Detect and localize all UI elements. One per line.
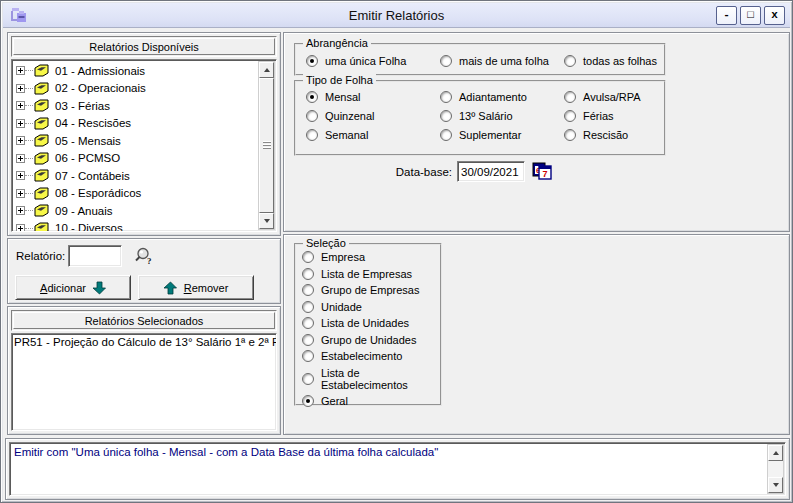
folder-icon bbox=[33, 82, 50, 95]
radio-grupo-de-empresas[interactable]: Grupo de Empresas bbox=[302, 284, 440, 296]
scroll-down-icon[interactable] bbox=[259, 213, 274, 229]
summary-text: Emitir com "Uma única folha - Mensal - c… bbox=[10, 443, 785, 461]
radio-icon[interactable] bbox=[564, 91, 576, 103]
radio-lista-de-empresas[interactable]: Lista de Empresas bbox=[302, 268, 440, 280]
folder-icon bbox=[33, 64, 50, 77]
radio-avulsa-rpa[interactable]: Avulsa/RPA bbox=[564, 91, 664, 103]
radio-rescisao[interactable]: Rescisão bbox=[564, 129, 664, 141]
selected-report-item[interactable]: PR51 - Projeção do Cálculo de 13° Salári… bbox=[12, 334, 276, 348]
radio-13-salario[interactable]: 13º Salário bbox=[440, 110, 564, 122]
calendar-icon[interactable]: 6 7 bbox=[532, 162, 552, 181]
available-reports-tree[interactable]: 01 - Admissionais 02 - Operacionais 03 -… bbox=[11, 59, 277, 232]
expand-icon[interactable] bbox=[16, 171, 25, 180]
tree-item[interactable]: 05 - Mensais bbox=[12, 132, 276, 150]
radio-grupo-de-unidades[interactable]: Grupo de Unidades bbox=[302, 334, 440, 346]
expand-icon[interactable] bbox=[16, 101, 25, 110]
radio-icon[interactable] bbox=[306, 91, 318, 103]
radio-unidade[interactable]: Unidade bbox=[302, 301, 440, 313]
radio-adiantamento[interactable]: Adiantamento bbox=[440, 91, 564, 103]
abrangencia-group: Abrangência uma única Folha mais de uma … bbox=[294, 43, 666, 76]
tree-scrollbar[interactable] bbox=[258, 61, 275, 230]
radio-icon[interactable] bbox=[302, 373, 314, 385]
radio-icon[interactable] bbox=[302, 284, 314, 296]
expand-icon[interactable] bbox=[16, 189, 25, 198]
scroll-thumb[interactable] bbox=[259, 78, 274, 213]
radio-icon[interactable] bbox=[306, 55, 318, 67]
radio-icon[interactable] bbox=[564, 110, 576, 122]
radio-suplementar[interactable]: Suplementar bbox=[440, 129, 564, 141]
radio-icon[interactable] bbox=[564, 55, 576, 67]
radio-icon[interactable] bbox=[306, 110, 318, 122]
radio-icon[interactable] bbox=[440, 129, 452, 141]
database-input[interactable] bbox=[457, 161, 525, 182]
tree-item[interactable]: 06 - PCMSO bbox=[12, 150, 276, 168]
abrangencia-title: Abrangência bbox=[303, 37, 371, 49]
scroll-up-icon[interactable] bbox=[768, 445, 783, 461]
selected-reports-panel: Relatórios Selecionados PR51 - Projeção … bbox=[7, 306, 281, 435]
arrow-up-icon bbox=[164, 281, 177, 295]
radio-icon[interactable] bbox=[302, 268, 314, 280]
radio-semanal[interactable]: Semanal bbox=[306, 129, 440, 141]
expand-icon[interactable] bbox=[16, 136, 25, 145]
expand-icon[interactable] bbox=[16, 224, 25, 232]
folder-icon bbox=[33, 187, 50, 200]
radio-lista-de-unidades[interactable]: Lista de Unidades bbox=[302, 317, 440, 329]
remove-button[interactable]: Remover bbox=[138, 275, 254, 300]
selected-reports-header-label: Relatórios Selecionados bbox=[85, 315, 204, 327]
radio-quinzenal[interactable]: Quinzenal bbox=[306, 110, 440, 122]
selecao-title: Seleção bbox=[303, 237, 349, 249]
summary-scrollbar[interactable] bbox=[767, 444, 784, 494]
expand-icon[interactable] bbox=[16, 66, 25, 75]
selected-reports-list[interactable]: PR51 - Projeção do Cálculo de 13° Salári… bbox=[11, 333, 277, 431]
radio-icon[interactable] bbox=[302, 301, 314, 313]
radio-icon[interactable] bbox=[302, 395, 314, 407]
scroll-down-icon[interactable] bbox=[768, 477, 783, 493]
radio-icon[interactable] bbox=[306, 129, 318, 141]
scroll-up-icon[interactable] bbox=[259, 62, 274, 78]
radio-icon[interactable] bbox=[440, 55, 452, 67]
tree-item[interactable]: 04 - Rescisões bbox=[12, 115, 276, 133]
radio-mais-de-uma-folha[interactable]: mais de uma folha bbox=[440, 55, 564, 67]
expand-icon[interactable] bbox=[16, 119, 25, 128]
radio-geral[interactable]: Geral bbox=[302, 395, 440, 407]
radio-lista-de-estabelecimentos[interactable]: Lista de Estabelecimentos bbox=[302, 367, 440, 391]
tree-item[interactable]: 09 - Anuais bbox=[12, 202, 276, 220]
folder-icon bbox=[33, 222, 50, 232]
radio-empresa[interactable]: Empresa bbox=[302, 251, 440, 263]
search-icon[interactable]: ? bbox=[133, 246, 155, 268]
radio-icon[interactable] bbox=[440, 110, 452, 122]
radio-icon[interactable] bbox=[302, 317, 314, 329]
tree-item[interactable]: 02 - Operacionais bbox=[12, 80, 276, 98]
tree-item[interactable]: 07 - Contábeis bbox=[12, 167, 276, 185]
radio-todas-as-folhas[interactable]: todas as folhas bbox=[564, 55, 657, 67]
maximize-button[interactable]: □ bbox=[740, 6, 761, 25]
titlebar[interactable]: Emitir Relatórios - □ x bbox=[3, 3, 790, 28]
radio-icon[interactable] bbox=[302, 334, 314, 346]
folder-icon bbox=[33, 152, 50, 165]
database-label: Data-base: bbox=[284, 166, 452, 178]
close-button[interactable]: x bbox=[764, 6, 785, 25]
radio-icon[interactable] bbox=[302, 350, 314, 362]
radio-icon[interactable] bbox=[302, 251, 314, 263]
radio-estabelecimento[interactable]: Estabelecimento bbox=[302, 350, 440, 362]
radio-icon[interactable] bbox=[564, 129, 576, 141]
expand-icon[interactable] bbox=[16, 206, 25, 215]
expand-icon[interactable] bbox=[16, 84, 25, 93]
tree-item[interactable]: 10 - Diversos bbox=[12, 220, 276, 233]
summary-textarea[interactable]: Emitir com "Uma única folha - Mensal - c… bbox=[9, 442, 786, 496]
folha-options-panel: Abrangência uma única Folha mais de uma … bbox=[283, 32, 790, 232]
minimize-button[interactable]: - bbox=[716, 6, 737, 25]
svg-text:7: 7 bbox=[543, 169, 548, 179]
radio-mensal[interactable]: Mensal bbox=[306, 91, 440, 103]
tree-item[interactable]: 01 - Admissionais bbox=[12, 62, 276, 80]
available-reports-header-label: Relatórios Disponíveis bbox=[89, 41, 198, 53]
report-code-input[interactable] bbox=[68, 245, 122, 267]
radio-uma-unica-folha[interactable]: uma única Folha bbox=[306, 55, 440, 67]
add-button[interactable]: Adicionar bbox=[15, 275, 131, 300]
radio-ferias[interactable]: Férias bbox=[564, 110, 664, 122]
tree-item[interactable]: 03 - Férias bbox=[12, 97, 276, 115]
tree-item[interactable]: 08 - Esporádicos bbox=[12, 185, 276, 203]
expand-icon[interactable] bbox=[16, 154, 25, 163]
folder-icon bbox=[33, 169, 50, 182]
radio-icon[interactable] bbox=[440, 91, 452, 103]
